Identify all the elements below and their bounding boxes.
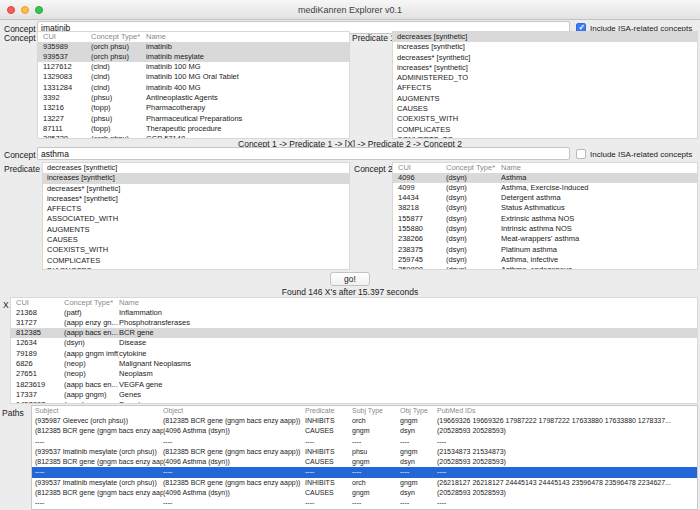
list-item[interactable]: decreases [synthetic] <box>393 32 697 42</box>
list-item[interactable]: 79189(aapp gngm imft)cytokine <box>11 349 697 359</box>
cell-object: (4096 Asthma (dsyn)) <box>163 426 305 436</box>
predicate1-label: Predicate 1 <box>352 33 395 43</box>
table-row[interactable]: ------------------------ <box>32 498 697 508</box>
table-row[interactable]: (812385 BCR gene (gngm bacs enzy aapp))(… <box>32 488 697 498</box>
list-item[interactable]: DIAGNOSES <box>43 266 349 270</box>
cell-pubmed: (20528593 20528593) <box>437 488 697 498</box>
go-button[interactable]: go! <box>330 272 370 286</box>
concept2-input[interactable] <box>37 147 570 160</box>
cell-cui: 87111 <box>38 124 91 134</box>
list-item[interactable]: 14434(dsyn)Detergent asthma <box>393 193 697 203</box>
table-row[interactable]: ------------------------ <box>32 437 697 447</box>
table-row[interactable]: (939537 Imatinib mesylate (orch phsu))(8… <box>32 447 697 457</box>
list-item[interactable]: decreases* [synthetic] <box>393 53 697 63</box>
list-item[interactable]: 935989(orch phsu)imatinib <box>38 42 349 52</box>
cell-name: Neoplasm <box>119 369 697 379</box>
list-item[interactable]: 1331284(clnd)imatinib 400 MG <box>38 83 349 93</box>
cell-subject: ---- <box>32 498 163 508</box>
list-item[interactable]: 1329083(clnd)imatinib 100 MG Oral Tablet <box>38 72 349 82</box>
list-item[interactable]: 4099(dsyn)Asthma, Exercise-Induced <box>393 183 697 193</box>
list-item[interactable]: COMPLICATES <box>393 125 697 135</box>
column-header: CUI <box>11 298 64 308</box>
table-row[interactable]: ------------------------ <box>32 467 697 477</box>
cell-cui: 79189 <box>11 349 64 359</box>
list-item[interactable]: AFFECTS <box>43 204 349 214</box>
list-item[interactable]: AUGMENTS <box>393 94 697 104</box>
cell-name: Asthma, infective <box>501 255 697 265</box>
close-window-icon[interactable] <box>7 6 15 14</box>
cell-pubmed: (26218127 26218127 24445143 24445143 235… <box>437 478 697 488</box>
concept2-list-label: Concept 2 <box>354 164 393 174</box>
list-item[interactable]: 3392(phsu)Antineoplastic Agents <box>38 93 349 103</box>
predicate1-list[interactable]: decreases [synthetic]increases [syntheti… <box>392 31 698 139</box>
cell-type: (topp) <box>91 124 146 134</box>
cell-cui: 259808 <box>393 265 446 270</box>
list-item[interactable]: COEXISTS_WITH <box>43 245 349 255</box>
list-item[interactable]: 31727(aapp enzy gn...Phosphotransferases <box>11 318 697 328</box>
concept2-list[interactable]: CUIConcept Type*Name4096(dsyn)Asthma4099… <box>392 162 698 270</box>
cell-subj_type: ---- <box>352 437 400 447</box>
cell-subj_type: ---- <box>352 498 400 508</box>
list-item[interactable]: increases [synthetic] <box>393 42 697 52</box>
list-item[interactable]: 812385(aapp bacs en...BCR gene <box>11 328 697 338</box>
list-item[interactable]: increases* [synthetic] <box>393 63 697 73</box>
list-item[interactable]: AFFECTS <box>393 83 697 93</box>
list-item[interactable]: 1127612(clnd)imatinib 100 MG <box>38 62 349 72</box>
list-item[interactable]: 27651(neop)Neoplasm <box>11 369 697 379</box>
list-item[interactable]: 1457887(sosy)Symptoms <box>11 400 697 404</box>
list-item[interactable]: 38218(dsyn)Status Asthmaticus <box>393 203 697 213</box>
list-item[interactable]: 4096(dsyn)Asthma <box>393 173 697 183</box>
concept1-list[interactable]: CUIConcept Type*Name935989(orch phsu)ima… <box>37 31 350 139</box>
cell-name: Genes <box>119 390 697 400</box>
list-item[interactable]: 238266(dsyn)Meat-wrappers' asthma <box>393 234 697 244</box>
cell-type: (dsyn) <box>446 203 501 213</box>
list-item[interactable]: COMPLICATES <box>43 256 349 266</box>
list-item[interactable]: 13216(topp)Pharmacotherapy <box>38 103 349 113</box>
table-row[interactable]: (812385 BCR gene (gngm bacs enzy aapp))(… <box>32 457 697 467</box>
list-item[interactable]: decreases [synthetic] <box>43 163 349 173</box>
list-item[interactable]: increases [synthetic] <box>43 173 349 183</box>
list-item[interactable]: 155877(dsyn)Extrinsic asthma NOS <box>393 214 697 224</box>
list-item[interactable]: 259745(dsyn)Asthma, infective <box>393 255 697 265</box>
cell-cui: 21368 <box>11 308 64 318</box>
cell-name: VEGFA gene <box>119 380 697 390</box>
concept2-isa-checkbox[interactable] <box>576 149 586 159</box>
list-item[interactable]: CAUSES <box>393 104 697 114</box>
table-row[interactable]: (939537 Imatinib mesylate (orch phsu))(8… <box>32 478 697 488</box>
cell-name: Symptoms <box>119 400 697 404</box>
list-item[interactable]: CAUSES <box>43 235 349 245</box>
list-item[interactable]: 1823619(aapp bacs en...VEGFA gene <box>11 380 697 390</box>
list-item[interactable]: 6826(neop)Malignant Neoplasms <box>11 359 697 369</box>
cell-predicate: ---- <box>305 498 352 508</box>
paths-table[interactable]: SubjectObjectPredicateSubj TypeObj TypeP… <box>31 405 698 510</box>
cell-subj_type: gngm <box>352 426 400 436</box>
list-item[interactable]: 87111(topp)Therapeutic procedure <box>38 124 349 134</box>
list-item[interactable]: 17337(aapp gngm)Genes <box>11 390 697 400</box>
list-item[interactable]: decreases* [synthetic] <box>43 184 349 194</box>
list-item[interactable]: 21368(patf)Inflammation <box>11 308 697 318</box>
list-item[interactable]: AUGMENTS <box>43 225 349 235</box>
cell-name: imatinib <box>146 42 349 52</box>
list-item[interactable]: increases* [synthetic] <box>43 194 349 204</box>
list-item[interactable]: 939537(orch phsu)imatinib mesylate <box>38 52 349 62</box>
list-item[interactable]: COEXISTS_WITH <box>393 114 697 124</box>
list-item[interactable]: 155880(dsyn)Intrinsic asthma NOS <box>393 224 697 234</box>
cell-predicate: CAUSES <box>305 457 352 467</box>
minimize-window-icon[interactable] <box>21 6 29 14</box>
table-row[interactable]: (812385 BCR gene (gngm bacs enzy aapp))(… <box>32 426 697 436</box>
cell-type: (phsu) <box>91 114 146 124</box>
cell-name: Meat-wrappers' asthma <box>501 234 697 244</box>
cell-type: (orch phsu) <box>91 42 146 52</box>
list-item[interactable]: ADMINISTERED_TO <box>393 73 697 83</box>
list-item[interactable]: 12634(dsyn)Disease <box>11 338 697 348</box>
zoom-window-icon[interactable] <box>35 6 43 14</box>
cell-cui: 155880 <box>393 224 446 234</box>
x-results-list[interactable]: CUIConcept Type*Name21368(patf)Inflammat… <box>10 297 698 404</box>
cell-cui: 238266 <box>393 234 446 244</box>
list-item[interactable]: ASSOCIATED_WITH <box>43 214 349 224</box>
table-row[interactable]: (935987 Gleevec (orch phsu))(812385 BCR … <box>32 416 697 426</box>
list-item[interactable]: 13227(phsu)Pharmaceutical Preparations <box>38 114 349 124</box>
list-item[interactable]: 259808(dsyn)Asthma, endogenous <box>393 265 697 270</box>
list-item[interactable]: 238375(dsyn)Platinum asthma <box>393 245 697 255</box>
predicate2-list[interactable]: decreases [synthetic]increases [syntheti… <box>42 162 350 270</box>
